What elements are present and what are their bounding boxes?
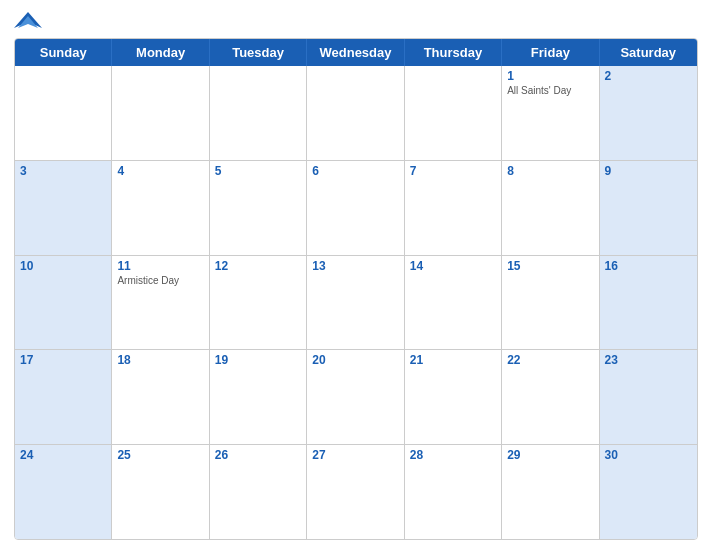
calendar-cell-1: 1All Saints' Day [502, 66, 599, 160]
calendar-row-0: 1All Saints' Day2 [15, 66, 697, 161]
calendar-body: 1All Saints' Day234567891011Armistice Da… [15, 66, 697, 539]
day-number: 23 [605, 353, 692, 367]
day-number: 3 [20, 164, 106, 178]
calendar-row-3: 17181920212223 [15, 350, 697, 445]
day-number: 17 [20, 353, 106, 367]
calendar-cell-11: 11Armistice Day [112, 256, 209, 350]
calendar-cell-28: 28 [405, 445, 502, 539]
calendar-cell-24: 24 [15, 445, 112, 539]
calendar-cell-6: 6 [307, 161, 404, 255]
logo-bird-icon [14, 10, 42, 32]
calendar-cell-9: 9 [600, 161, 697, 255]
day-number: 4 [117, 164, 203, 178]
calendar-cell-22: 22 [502, 350, 599, 444]
calendar-cell-20: 20 [307, 350, 404, 444]
weekday-header-monday: Monday [112, 39, 209, 66]
calendar-cell-4: 4 [112, 161, 209, 255]
holiday-label: Armistice Day [117, 275, 203, 287]
day-number: 13 [312, 259, 398, 273]
day-number: 24 [20, 448, 106, 462]
calendar-cell-14: 14 [405, 256, 502, 350]
calendar-cell-empty-0-4 [405, 66, 502, 160]
calendar-cell-26: 26 [210, 445, 307, 539]
calendar-cell-2: 2 [600, 66, 697, 160]
day-number: 10 [20, 259, 106, 273]
day-number: 9 [605, 164, 692, 178]
day-number: 5 [215, 164, 301, 178]
calendar-row-4: 24252627282930 [15, 445, 697, 539]
day-number: 16 [605, 259, 692, 273]
calendar-cell-27: 27 [307, 445, 404, 539]
day-number: 8 [507, 164, 593, 178]
calendar-header-row: SundayMondayTuesdayWednesdayThursdayFrid… [15, 39, 697, 66]
day-number: 15 [507, 259, 593, 273]
day-number: 28 [410, 448, 496, 462]
day-number: 6 [312, 164, 398, 178]
calendar-cell-empty-0-0 [15, 66, 112, 160]
calendar-cell-5: 5 [210, 161, 307, 255]
holiday-label: All Saints' Day [507, 85, 593, 97]
calendar-cell-25: 25 [112, 445, 209, 539]
day-number: 1 [507, 69, 593, 83]
day-number: 14 [410, 259, 496, 273]
calendar-cell-16: 16 [600, 256, 697, 350]
weekday-header-saturday: Saturday [600, 39, 697, 66]
calendar-cell-29: 29 [502, 445, 599, 539]
calendar-cell-3: 3 [15, 161, 112, 255]
calendar-cell-empty-0-1 [112, 66, 209, 160]
day-number: 2 [605, 69, 692, 83]
logo [14, 10, 46, 32]
calendar-cell-12: 12 [210, 256, 307, 350]
calendar-cell-23: 23 [600, 350, 697, 444]
calendar-cell-15: 15 [502, 256, 599, 350]
day-number: 22 [507, 353, 593, 367]
day-number: 27 [312, 448, 398, 462]
calendar-cell-8: 8 [502, 161, 599, 255]
day-number: 12 [215, 259, 301, 273]
day-number: 19 [215, 353, 301, 367]
calendar-cell-7: 7 [405, 161, 502, 255]
weekday-header-thursday: Thursday [405, 39, 502, 66]
weekday-header-sunday: Sunday [15, 39, 112, 66]
day-number: 25 [117, 448, 203, 462]
calendar-row-1: 3456789 [15, 161, 697, 256]
day-number: 21 [410, 353, 496, 367]
day-number: 11 [117, 259, 203, 273]
weekday-header-wednesday: Wednesday [307, 39, 404, 66]
calendar-cell-10: 10 [15, 256, 112, 350]
calendar: SundayMondayTuesdayWednesdayThursdayFrid… [14, 38, 698, 540]
weekday-header-friday: Friday [502, 39, 599, 66]
day-number: 7 [410, 164, 496, 178]
day-number: 26 [215, 448, 301, 462]
calendar-row-2: 1011Armistice Day1213141516 [15, 256, 697, 351]
calendar-cell-empty-0-2 [210, 66, 307, 160]
calendar-cell-30: 30 [600, 445, 697, 539]
calendar-cell-21: 21 [405, 350, 502, 444]
day-number: 18 [117, 353, 203, 367]
day-number: 20 [312, 353, 398, 367]
calendar-cell-13: 13 [307, 256, 404, 350]
calendar-cell-18: 18 [112, 350, 209, 444]
calendar-cell-19: 19 [210, 350, 307, 444]
calendar-cell-17: 17 [15, 350, 112, 444]
calendar-cell-empty-0-3 [307, 66, 404, 160]
day-number: 29 [507, 448, 593, 462]
weekday-header-tuesday: Tuesday [210, 39, 307, 66]
day-number: 30 [605, 448, 692, 462]
